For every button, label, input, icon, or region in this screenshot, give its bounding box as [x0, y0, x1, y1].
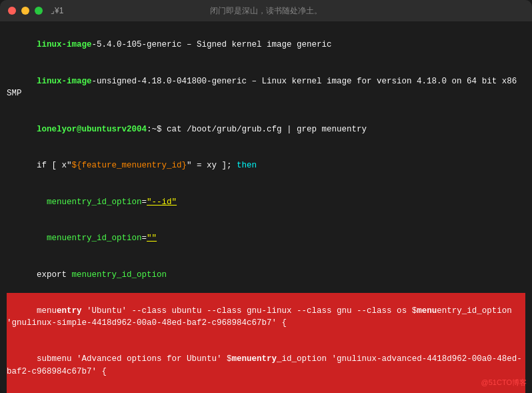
code-line-4: export menuentry_id_option [7, 256, 525, 292]
code-line-3: menuentry_id_option="" [7, 220, 525, 256]
text-span: menuentry_id_option [47, 198, 142, 207]
highlighted-block-3: menuentry 'Ubuntu, with Linux 5.4.0-105-… [7, 390, 525, 393]
text-span: "--id" [147, 198, 177, 207]
title-bar: ⌟¥1 闭门即是深山，读书随处净土。 [0, 0, 532, 21]
prompt-line: lonelyor@ubuntusrv2004:~$ cat /boot/grub… [7, 111, 525, 147]
text-span [37, 234, 47, 243]
text-span: "" [147, 234, 157, 243]
text-span [37, 198, 47, 207]
text-span: " = xy ]; [187, 161, 237, 170]
text-span: menuentry_id_option [72, 270, 167, 280]
text-span: ${feature_menuentry_id} [72, 161, 187, 170]
text-span: linux-image [37, 77, 92, 86]
text-span: if [ x" [37, 161, 72, 170]
text-span: menuentry_id_option [47, 234, 142, 243]
text-span: menu [37, 306, 57, 316]
text-span: = [142, 198, 147, 207]
minimize-button[interactable] [21, 7, 29, 15]
text-span: = [142, 234, 147, 243]
output-line-2: linux-image-unsigned-4.18.0-041800-gener… [7, 63, 525, 111]
maximize-button[interactable] [35, 7, 43, 15]
text-span: -5.4.0-105-generic – Signed kernel image… [92, 40, 332, 49]
highlighted-block-1: menuentry 'Ubuntu' --class ubuntu --clas… [7, 293, 525, 342]
text-span: menuentry [232, 354, 277, 364]
highlighted-block-2: submenu 'Advanced options for Ubuntu' $m… [7, 341, 525, 390]
tab-label: ⌟¥1 [51, 6, 63, 15]
terminal-window: ⌟¥1 闭门即是深山，读书随处净土。 linux-image-5.4.0-105… [0, 0, 532, 393]
watermark: @51CTO博客 [481, 378, 527, 388]
text-span: 'Ubuntu' --class ubuntu --class gnu-linu… [82, 306, 417, 316]
text-span: menu [417, 306, 437, 316]
text-span: linux-image [37, 40, 92, 49]
text-span: then [237, 161, 257, 170]
close-button[interactable] [8, 7, 16, 15]
text-span: submenu 'Advanced options for Ubuntu' $ [37, 354, 232, 364]
text-span: export [37, 270, 72, 280]
text-span: :~$ cat /boot/grub/grub.cfg | grep menue… [147, 125, 367, 134]
terminal-content[interactable]: linux-image-5.4.0-105-generic – Signed k… [0, 21, 532, 393]
traffic-lights [8, 7, 43, 15]
username: lonelyor@ubuntusrv2004 [37, 125, 147, 134]
code-line-2: menuentry_id_option="--id" [7, 184, 525, 220]
output-line-1: linux-image-5.4.0-105-generic – Signed k… [7, 27, 525, 63]
text-span: entry [57, 306, 82, 316]
title-bar-title: 闭门即是深山，读书随处净土。 [210, 5, 322, 17]
code-line-1: if [ x"${feature_menuentry_id}" = xy ]; … [7, 147, 525, 183]
